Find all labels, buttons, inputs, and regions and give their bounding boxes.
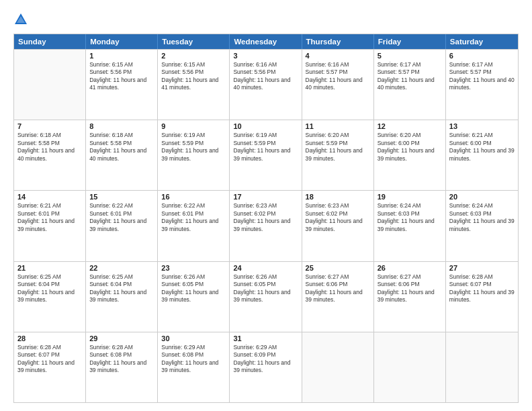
calendar-day-cell: 19Sunrise: 6:24 AM Sunset: 6:03 PM Dayli… <box>374 191 446 261</box>
page: SundayMondayTuesdayWednesdayThursdayFrid… <box>0 0 532 411</box>
logo-icon <box>13 12 28 27</box>
day-number: 12 <box>378 122 442 130</box>
day-number: 4 <box>306 52 370 60</box>
calendar-day-cell: 10Sunrise: 6:19 AM Sunset: 5:59 PM Dayli… <box>230 120 302 190</box>
day-number: 1 <box>89 52 154 60</box>
calendar-day-cell <box>302 332 374 402</box>
day-info: Sunrise: 6:16 AM Sunset: 5:56 PM Dayligh… <box>233 61 298 92</box>
day-info: Sunrise: 6:29 AM Sunset: 6:08 PM Dayligh… <box>161 344 226 375</box>
calendar-week: 21Sunrise: 6:25 AM Sunset: 6:04 PM Dayli… <box>14 261 518 332</box>
calendar-day-cell: 26Sunrise: 6:27 AM Sunset: 6:06 PM Dayli… <box>374 262 446 332</box>
day-info: Sunrise: 6:17 AM Sunset: 5:57 PM Dayligh… <box>449 61 515 92</box>
calendar-day-cell: 31Sunrise: 6:29 AM Sunset: 6:09 PM Dayli… <box>230 332 302 402</box>
calendar-day-cell: 12Sunrise: 6:20 AM Sunset: 6:00 PM Dayli… <box>374 120 446 190</box>
day-info: Sunrise: 6:25 AM Sunset: 6:04 PM Dayligh… <box>17 273 82 304</box>
day-info: Sunrise: 6:24 AM Sunset: 6:03 PM Dayligh… <box>449 202 515 233</box>
day-number: 24 <box>233 264 298 272</box>
day-info: Sunrise: 6:28 AM Sunset: 6:07 PM Dayligh… <box>17 344 82 375</box>
day-info: Sunrise: 6:19 AM Sunset: 5:59 PM Dayligh… <box>233 132 298 163</box>
day-info: Sunrise: 6:22 AM Sunset: 6:01 PM Dayligh… <box>161 202 226 233</box>
day-info: Sunrise: 6:28 AM Sunset: 6:07 PM Dayligh… <box>449 273 515 304</box>
calendar-header-row: SundayMondayTuesdayWednesdayThursdayFrid… <box>14 34 518 49</box>
day-number: 25 <box>306 264 370 272</box>
cal-header-day: Tuesday <box>158 34 230 49</box>
day-info: Sunrise: 6:16 AM Sunset: 5:57 PM Dayligh… <box>306 61 370 92</box>
day-info: Sunrise: 6:22 AM Sunset: 6:01 PM Dayligh… <box>89 202 154 233</box>
calendar-day-cell: 4Sunrise: 6:16 AM Sunset: 5:57 PM Daylig… <box>302 50 374 120</box>
day-number: 26 <box>378 264 442 272</box>
calendar-day-cell: 15Sunrise: 6:22 AM Sunset: 6:01 PM Dayli… <box>86 191 158 261</box>
day-number: 31 <box>233 334 298 342</box>
header <box>13 12 519 27</box>
day-number: 13 <box>449 122 515 130</box>
cal-header-day: Monday <box>86 34 158 49</box>
day-number: 2 <box>161 52 226 60</box>
calendar-week: 28Sunrise: 6:28 AM Sunset: 6:07 PM Dayli… <box>14 332 518 402</box>
day-number: 27 <box>449 264 515 272</box>
calendar-week: 14Sunrise: 6:21 AM Sunset: 6:01 PM Dayli… <box>14 190 518 261</box>
day-info: Sunrise: 6:26 AM Sunset: 6:05 PM Dayligh… <box>161 273 226 304</box>
calendar-day-cell <box>374 332 446 402</box>
day-info: Sunrise: 6:17 AM Sunset: 5:57 PM Dayligh… <box>378 61 442 92</box>
day-info: Sunrise: 6:25 AM Sunset: 6:04 PM Dayligh… <box>89 273 154 304</box>
calendar-day-cell: 28Sunrise: 6:28 AM Sunset: 6:07 PM Dayli… <box>14 332 86 402</box>
calendar: SundayMondayTuesdayWednesdayThursdayFrid… <box>13 34 519 403</box>
day-number: 10 <box>233 122 298 130</box>
day-info: Sunrise: 6:28 AM Sunset: 6:08 PM Dayligh… <box>89 344 154 375</box>
day-number: 3 <box>233 52 298 60</box>
cal-header-day: Wednesday <box>230 34 302 49</box>
day-number: 5 <box>378 52 442 60</box>
day-info: Sunrise: 6:20 AM Sunset: 5:59 PM Dayligh… <box>306 132 370 163</box>
calendar-day-cell: 7Sunrise: 6:18 AM Sunset: 5:58 PM Daylig… <box>14 120 86 190</box>
day-info: Sunrise: 6:23 AM Sunset: 6:02 PM Dayligh… <box>306 202 370 233</box>
calendar-day-cell: 5Sunrise: 6:17 AM Sunset: 5:57 PM Daylig… <box>374 50 446 120</box>
day-number: 7 <box>17 122 82 130</box>
calendar-day-cell: 27Sunrise: 6:28 AM Sunset: 6:07 PM Dayli… <box>446 262 518 332</box>
day-info: Sunrise: 6:15 AM Sunset: 5:56 PM Dayligh… <box>161 61 226 92</box>
cal-header-day: Thursday <box>302 34 374 49</box>
day-info: Sunrise: 6:27 AM Sunset: 6:06 PM Dayligh… <box>306 273 370 304</box>
day-info: Sunrise: 6:26 AM Sunset: 6:05 PM Dayligh… <box>233 273 298 304</box>
calendar-day-cell: 11Sunrise: 6:20 AM Sunset: 5:59 PM Dayli… <box>302 120 374 190</box>
day-info: Sunrise: 6:18 AM Sunset: 5:58 PM Dayligh… <box>17 132 82 163</box>
calendar-day-cell <box>446 332 518 402</box>
day-info: Sunrise: 6:15 AM Sunset: 5:56 PM Dayligh… <box>89 61 154 92</box>
calendar-day-cell: 24Sunrise: 6:26 AM Sunset: 6:05 PM Dayli… <box>230 262 302 332</box>
calendar-day-cell: 13Sunrise: 6:21 AM Sunset: 6:00 PM Dayli… <box>446 120 518 190</box>
day-number: 14 <box>17 193 82 201</box>
day-number: 19 <box>378 193 442 201</box>
calendar-day-cell: 9Sunrise: 6:19 AM Sunset: 5:59 PM Daylig… <box>158 120 230 190</box>
day-number: 30 <box>161 334 226 342</box>
calendar-day-cell: 21Sunrise: 6:25 AM Sunset: 6:04 PM Dayli… <box>14 262 86 332</box>
calendar-day-cell: 6Sunrise: 6:17 AM Sunset: 5:57 PM Daylig… <box>446 50 518 120</box>
day-number: 17 <box>233 193 298 201</box>
calendar-day-cell <box>14 50 86 120</box>
day-number: 22 <box>89 264 154 272</box>
calendar-day-cell: 3Sunrise: 6:16 AM Sunset: 5:56 PM Daylig… <box>230 50 302 120</box>
calendar-week: 1Sunrise: 6:15 AM Sunset: 5:56 PM Daylig… <box>14 49 518 120</box>
day-info: Sunrise: 6:20 AM Sunset: 6:00 PM Dayligh… <box>378 132 442 163</box>
calendar-day-cell: 16Sunrise: 6:22 AM Sunset: 6:01 PM Dayli… <box>158 191 230 261</box>
day-info: Sunrise: 6:27 AM Sunset: 6:06 PM Dayligh… <box>378 273 442 304</box>
calendar-day-cell: 20Sunrise: 6:24 AM Sunset: 6:03 PM Dayli… <box>446 191 518 261</box>
day-number: 8 <box>89 122 154 130</box>
calendar-day-cell: 17Sunrise: 6:23 AM Sunset: 6:02 PM Dayli… <box>230 191 302 261</box>
day-number: 16 <box>161 193 226 201</box>
logo <box>13 12 31 27</box>
cal-header-day: Sunday <box>14 34 86 49</box>
day-number: 20 <box>449 193 515 201</box>
cal-header-day: Friday <box>374 34 446 49</box>
day-number: 11 <box>306 122 370 130</box>
calendar-day-cell: 25Sunrise: 6:27 AM Sunset: 6:06 PM Dayli… <box>302 262 374 332</box>
calendar-day-cell: 22Sunrise: 6:25 AM Sunset: 6:04 PM Dayli… <box>86 262 158 332</box>
calendar-week: 7Sunrise: 6:18 AM Sunset: 5:58 PM Daylig… <box>14 120 518 190</box>
day-info: Sunrise: 6:21 AM Sunset: 6:00 PM Dayligh… <box>449 132 515 163</box>
day-number: 9 <box>161 122 226 130</box>
day-number: 29 <box>89 334 154 342</box>
day-number: 28 <box>17 334 82 342</box>
calendar-day-cell: 14Sunrise: 6:21 AM Sunset: 6:01 PM Dayli… <box>14 191 86 261</box>
day-number: 23 <box>161 264 226 272</box>
calendar-day-cell: 23Sunrise: 6:26 AM Sunset: 6:05 PM Dayli… <box>158 262 230 332</box>
day-info: Sunrise: 6:21 AM Sunset: 6:01 PM Dayligh… <box>17 202 82 233</box>
day-info: Sunrise: 6:19 AM Sunset: 5:59 PM Dayligh… <box>161 132 226 163</box>
